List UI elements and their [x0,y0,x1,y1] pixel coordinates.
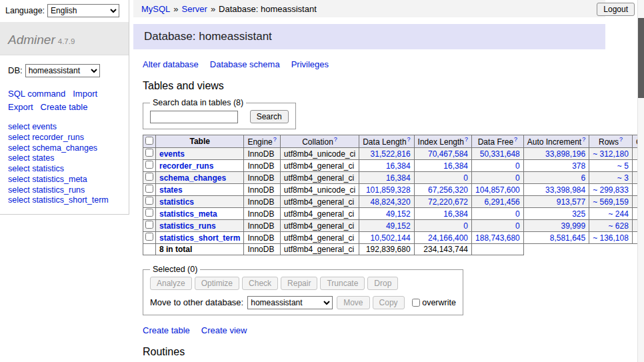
table-link-statistics-short-term[interactable]: statistics_short_term [159,233,240,243]
table-link-states[interactable]: states [159,185,183,195]
sql-command-link[interactable]: SQL command [8,89,65,99]
data-free-link[interactable]: 6,291,456 [484,197,519,207]
data-free-link[interactable]: 0 [515,209,520,219]
rows-link[interactable]: ~ 569,159 [593,197,629,207]
index-length-link[interactable]: 16,384 [443,209,468,219]
data-free-link[interactable]: 0 [515,173,520,183]
sidebar-item-select-statistics-short-term[interactable]: select statistics_short_term [8,195,129,205]
rows-link[interactable]: ~ 136,108 [593,233,629,243]
check-button[interactable]: Check [242,277,278,290]
search-button[interactable]: Search [250,110,289,123]
language-select[interactable]: English [47,4,119,17]
data-length-link[interactable]: 48,824,320 [371,197,411,207]
rows-link[interactable]: ~ 244 [609,209,629,219]
auto-increment-link[interactable]: 378 [572,161,585,171]
create-table-link[interactable]: Create table [143,325,190,335]
auto-increment-link[interactable]: 6 [581,173,585,183]
table-link-statistics-meta[interactable]: statistics_meta [159,209,217,219]
table-link-recorder-runs[interactable]: recorder_runs [159,161,213,171]
sidebar-item-select-states[interactable]: select states [8,153,129,163]
row-checkbox[interactable] [145,185,153,193]
move-button[interactable]: Move [337,296,369,309]
optimize-button[interactable]: Optimize [195,277,239,290]
row-checkbox[interactable] [145,209,153,217]
sidebar-item-select-events[interactable]: select events [8,122,129,132]
table-link-statistics[interactable]: statistics [159,197,194,207]
rows-link[interactable]: ~ 5 [617,161,629,171]
auto-increment-link[interactable]: 8,581,645 [550,233,585,243]
rows-link[interactable]: ~ 299,833 [593,185,629,195]
row-checkbox[interactable] [145,173,153,181]
index-length-link[interactable]: 72,220,672 [428,197,468,207]
logout-button[interactable]: Logout [597,3,635,16]
table-link-schema-changes[interactable]: schema_changes [159,173,226,183]
row-checkbox[interactable] [145,149,153,157]
sidebar-item-select-statistics-meta[interactable]: select statistics_meta [8,175,129,185]
auto-increment-link[interactable]: 325 [572,209,585,219]
move-db-select[interactable]: homeassistant [247,296,333,309]
help-icon[interactable]: ? [334,136,337,143]
auto-increment-link[interactable]: 33,898,196 [545,149,585,159]
data-length-link[interactable]: 101,859,328 [366,185,411,195]
table-link-statistics-runs[interactable]: statistics_runs [159,221,216,231]
create-view-link[interactable]: Create view [201,325,247,335]
index-length-link[interactable]: 70,467,584 [428,149,468,159]
export-link[interactable]: Export [8,102,33,112]
data-length-link[interactable]: 16,384 [386,161,411,171]
row-checkbox[interactable] [145,161,153,169]
data-free-link[interactable]: 104,857,600 [475,185,520,195]
db-select[interactable]: homeassistant [25,64,100,77]
data-free-link[interactable]: 0 [515,221,520,231]
data-length-link[interactable]: 10,502,144 [371,233,411,243]
privileges-link[interactable]: Privileges [291,59,329,69]
analyze-button[interactable]: Analyze [150,277,192,290]
data-length-link[interactable]: 16,384 [386,173,411,183]
search-input[interactable] [150,111,238,123]
sidebar-item-select-statistics[interactable]: select statistics [8,164,129,174]
row-checkbox[interactable] [145,221,153,229]
data-length-link[interactable]: 49,152 [386,209,411,219]
breadcrumb-item-mysql[interactable]: MySQL [141,4,170,14]
help-icon[interactable]: ? [273,136,277,143]
help-icon[interactable]: ? [582,136,585,143]
data-free-link[interactable]: 50,331,648 [480,149,520,159]
help-icon[interactable]: ? [619,136,623,143]
index-length-link[interactable]: 24,166,400 [428,233,468,243]
truncate-button[interactable]: Truncate [320,277,365,290]
help-icon[interactable]: ? [465,136,468,143]
scrollbar[interactable] [637,0,644,362]
rows-link[interactable]: ~ 312,180 [593,149,629,159]
auto-increment-link[interactable]: 913,577 [557,197,585,207]
rows-link[interactable]: ~ 628 [609,221,629,231]
data-free-link[interactable]: 0 [515,161,520,171]
auto-increment-link[interactable]: 33,398,984 [545,185,585,195]
row-checkbox[interactable] [145,197,153,205]
index-length-link[interactable]: 0 [463,173,468,183]
import-link[interactable]: Import [73,89,97,99]
sidebar-item-select-statistics-runs[interactable]: select statistics_runs [8,185,129,195]
overwrite-checkbox[interactable] [412,299,420,307]
select-all-checkbox[interactable] [145,137,153,145]
row-checkbox[interactable] [145,233,153,241]
scrollbar-thumb[interactable] [638,18,644,98]
index-length-link[interactable]: 67,256,320 [428,185,468,195]
index-length-link[interactable]: 0 [463,221,468,231]
alter-database-link[interactable]: Alter database [143,59,199,69]
copy-button[interactable]: Copy [373,296,405,309]
data-length-link[interactable]: 49,152 [386,221,411,231]
drop-button[interactable]: Drop [367,277,398,290]
auto-increment-link[interactable]: 39,999 [561,221,585,231]
database-schema-link[interactable]: Database schema [210,59,280,69]
sidebar-item-select-schema-changes[interactable]: select schema_changes [8,143,129,153]
data-free-link[interactable]: 188,743,680 [475,233,520,243]
data-length-link[interactable]: 31,522,816 [371,149,411,159]
table-link-events[interactable]: events [159,149,185,159]
rows-link[interactable]: ~ 3 [617,173,629,183]
breadcrumb-item-server[interactable]: Server [182,4,207,14]
help-icon[interactable]: ? [514,136,517,143]
sidebar-item-select-recorder-runs[interactable]: select recorder_runs [8,133,129,143]
create-table-link[interactable]: Create table [41,102,88,112]
help-icon[interactable]: ? [407,136,411,143]
repair-button[interactable]: Repair [281,277,317,290]
index-length-link[interactable]: 16,384 [443,161,468,171]
